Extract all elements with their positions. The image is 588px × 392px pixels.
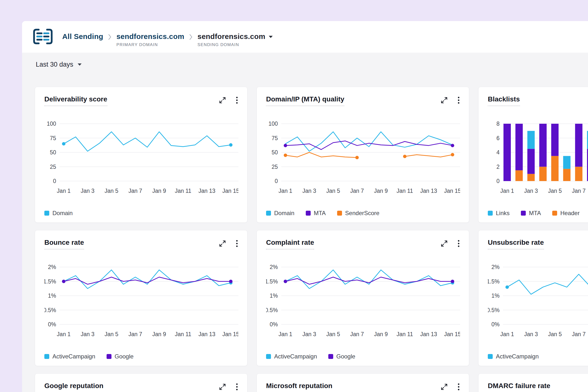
svg-text:Jan 7: Jan 7 [128,188,142,194]
expand-icon[interactable] [440,96,448,104]
svg-text:Jan 7: Jan 7 [350,188,364,194]
svg-text:Jan 3: Jan 3 [302,188,316,194]
svg-text:0: 0 [275,178,278,184]
toolbar: Last 30 days [36,59,588,70]
breadcrumb-sublabel: SENDING DOMAIN [198,42,239,47]
breadcrumb-label[interactable]: sendforensics.com [116,32,184,40]
expand-icon[interactable] [219,240,226,247]
blacklists-chart: 02468Jan 1Jan 3Jan 5Jan 7Jan 9 [488,112,588,196]
svg-text:Jan 3: Jan 3 [302,331,316,337]
svg-text:1.5%: 1.5% [266,278,278,285]
svg-text:1%: 1% [492,292,500,299]
breadcrumb-label[interactable]: All Sending [62,32,103,40]
legend-item: ActiveCampaign [44,353,95,360]
legend-swatch [266,354,271,359]
bounce-rate-chart: 0%0.5%1%1.5%2%Jan 1Jan 3Jan 5Jan 7Jan 9J… [44,255,238,340]
svg-text:2%: 2% [48,264,56,270]
svg-text:Jan 1: Jan 1 [278,188,292,194]
breadcrumb-primary-domain[interactable]: sendforensics.com PRIMARY DOMAIN [116,32,184,41]
breadcrumb-all-sending[interactable]: All Sending [62,32,103,41]
card-title: DMARC failure rate [488,382,550,392]
legend-label: Domain [274,210,294,216]
breadcrumb-label[interactable]: sendforensics.com [198,32,265,40]
legend-item: ActiveCampaign [488,353,539,360]
svg-text:25: 25 [50,164,56,170]
card-title: Google reputation [44,382,104,392]
kebab-menu-icon[interactable] [458,240,460,248]
app-logo[interactable] [32,28,54,45]
svg-text:Jan 1: Jan 1 [57,188,70,194]
svg-text:25: 25 [272,164,278,170]
svg-text:1%: 1% [270,292,278,299]
svg-text:Jan 7: Jan 7 [572,331,586,337]
svg-text:Jan 13: Jan 13 [420,188,437,194]
expand-icon[interactable] [440,240,448,247]
dashboard-content: Last 30 days Deliverability score [22,53,588,392]
card-title: Domain/IP (MTA) quality [266,95,344,106]
svg-text:Jan 11: Jan 11 [396,331,413,337]
svg-text:2%: 2% [270,264,278,270]
unsubscribe-rate-chart: 0%0.5%1%1.5%2%Jan 1Jan 3Jan 5Jan 7Jan 9 [488,255,588,340]
svg-text:Jan 1: Jan 1 [278,331,292,337]
cards-grid: Deliverability score 0255075100Jan 1Jan … [35,87,588,392]
svg-text:Jan 7: Jan 7 [350,331,364,337]
card-complaint-rate: Complaint rate 0%0.5%1%1.5%2%Jan 1Jan 3J… [256,230,469,366]
domain-ip-mta-quality-chart: 0255075100Jan 1Jan 3Jan 5Jan 7Jan 9Jan 1… [266,112,460,196]
chart-legend: ActiveCampaign [488,353,588,360]
kebab-menu-icon[interactable] [236,383,238,391]
expand-icon[interactable] [440,383,448,390]
kebab-menu-icon[interactable] [458,383,460,391]
svg-text:100: 100 [268,120,278,127]
svg-text:Jan 11: Jan 11 [175,188,191,194]
card-dmarc-failure-rate: DMARC failure rate [478,374,588,392]
legend-swatch [306,211,311,216]
legend-item: MTA [306,210,326,216]
legend-label: Links [496,210,510,216]
chevron-down-icon[interactable] [78,64,82,66]
card-deliverability-score: Deliverability score 0255075100Jan 1Jan … [35,87,248,223]
svg-text:0%: 0% [48,321,56,328]
svg-text:4: 4 [496,149,500,156]
legend-swatch [488,354,493,359]
complaint-rate-chart: 0%0.5%1%1.5%2%Jan 1Jan 3Jan 5Jan 7Jan 9J… [266,255,460,340]
legend-label: Google [336,353,355,360]
chevron-right-icon [108,32,112,41]
kebab-menu-icon[interactable] [236,96,238,104]
kebab-menu-icon[interactable] [236,240,238,248]
svg-text:Jan 13: Jan 13 [420,331,437,337]
card-title: Bounce rate [44,239,84,250]
legend-label: Header [560,210,580,216]
card-title: Complaint rate [266,239,314,250]
app-header: All Sending sendforensics.com PRIMARY DO… [22,21,588,53]
card-title: Microsoft reputation [266,382,332,392]
legend-item: ActiveCampaign [266,353,317,360]
svg-text:Jan 15: Jan 15 [222,188,238,194]
svg-text:0: 0 [53,178,56,184]
svg-text:Jan 15: Jan 15 [222,331,238,337]
date-range-selector[interactable]: Last 30 days [36,61,73,68]
svg-text:2%: 2% [492,264,500,270]
svg-text:Jan 1: Jan 1 [57,331,70,337]
svg-text:8: 8 [496,120,500,127]
svg-text:Jan 11: Jan 11 [396,188,413,194]
svg-text:50: 50 [50,149,56,156]
svg-text:1.5%: 1.5% [44,278,56,285]
legend-label: Domain [52,210,73,216]
chart-legend: ActiveCampaignGoogle [44,353,238,360]
svg-text:Jan 7: Jan 7 [572,188,586,194]
svg-text:Jan 9: Jan 9 [374,331,388,337]
breadcrumb-sending-domain[interactable]: sendforensics.com SENDING DOMAIN [198,32,273,41]
expand-icon[interactable] [219,383,226,390]
card-title: Blacklists [488,95,520,106]
svg-text:50: 50 [272,149,278,156]
kebab-menu-icon[interactable] [458,96,460,104]
chevron-down-icon[interactable] [269,36,273,38]
deliverability-score-chart: 0255075100Jan 1Jan 3Jan 5Jan 7Jan 9Jan 1… [44,112,238,196]
svg-text:Jan 9: Jan 9 [152,188,166,194]
expand-icon[interactable] [219,96,226,104]
svg-text:1.5%: 1.5% [488,278,500,285]
app-panel: All Sending sendforensics.com PRIMARY DO… [22,21,588,392]
card-unsubscribe-rate: Unsubscribe rate 0%0.5%1%1.5%2%Jan 1Jan … [478,230,588,366]
legend-label: ActiveCampaign [274,353,317,360]
legend-swatch [488,211,493,216]
